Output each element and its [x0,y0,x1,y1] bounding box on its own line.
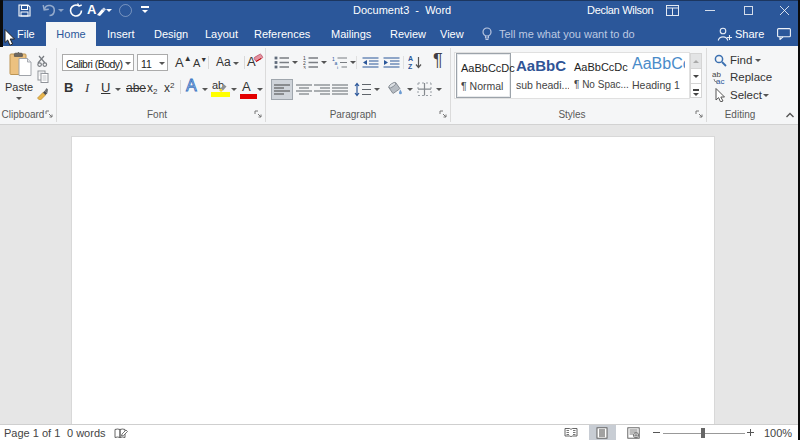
svg-text:Z: Z [408,63,413,70]
svg-text:i: i [337,65,338,70]
svg-text:A: A [408,55,413,62]
svg-text:ac: ac [716,77,724,84]
svg-text:3: 3 [303,65,306,70]
